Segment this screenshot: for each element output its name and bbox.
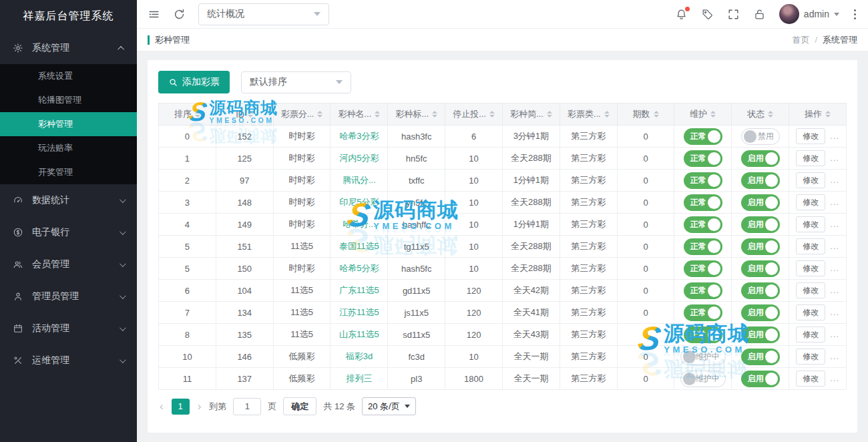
- modify-button[interactable]: 修改: [796, 128, 825, 144]
- more-actions-button[interactable]: ...: [830, 241, 839, 251]
- more-actions-button[interactable]: ...: [830, 263, 839, 273]
- modify-button[interactable]: 修改: [796, 371, 825, 387]
- fullscreen-icon[interactable]: [727, 8, 740, 21]
- sort-icon[interactable]: [710, 111, 716, 118]
- status-toggle[interactable]: 启用: [741, 371, 780, 387]
- prev-page-button[interactable]: ‹: [158, 401, 165, 412]
- status-toggle[interactable]: 启用: [741, 216, 780, 233]
- status-toggle[interactable]: 启用: [741, 260, 780, 277]
- modify-button[interactable]: 修改: [796, 282, 825, 298]
- status-toggle[interactable]: 启用: [741, 194, 780, 211]
- lottery-name-link[interactable]: 泰国11选5: [339, 241, 379, 251]
- column-header[interactable]: 彩种名...: [331, 103, 388, 126]
- maintain-toggle[interactable]: 正常: [684, 216, 722, 233]
- lottery-name-link[interactable]: 哈希分...: [343, 219, 376, 229]
- more-actions-button[interactable]: ...: [830, 219, 839, 229]
- column-header[interactable]: ID: [216, 103, 273, 126]
- column-header[interactable]: 彩票类...: [560, 103, 617, 126]
- maintain-toggle[interactable]: 正常: [684, 150, 722, 167]
- maintain-toggle[interactable]: 正常: [684, 194, 722, 211]
- goto-page-input[interactable]: [233, 398, 261, 415]
- modify-button[interactable]: 修改: [796, 349, 825, 365]
- maintain-toggle[interactable]: 正常: [684, 282, 722, 299]
- status-toggle[interactable]: 启用: [741, 172, 780, 189]
- status-toggle[interactable]: 禁用: [741, 128, 780, 145]
- next-page-button[interactable]: ›: [196, 401, 203, 412]
- column-header[interactable]: 排序: [159, 103, 216, 126]
- sidebar-item-operations-management[interactable]: 运维管理: [0, 345, 137, 377]
- modify-button[interactable]: 修改: [796, 150, 825, 166]
- sort-icon[interactable]: [604, 111, 610, 118]
- maintain-toggle[interactable]: 正常: [684, 326, 722, 343]
- lottery-name-link[interactable]: 排列三: [346, 373, 372, 383]
- maintain-toggle[interactable]: 正常: [684, 260, 722, 277]
- modify-button[interactable]: 修改: [796, 238, 825, 254]
- status-toggle[interactable]: 启用: [741, 282, 780, 299]
- sort-order-select[interactable]: 默认排序: [241, 71, 351, 93]
- more-actions-button[interactable]: ...: [830, 285, 839, 295]
- status-toggle[interactable]: 启用: [741, 326, 780, 343]
- confirm-page-button[interactable]: 确定: [283, 397, 316, 415]
- more-actions-button[interactable]: ...: [830, 131, 839, 141]
- maintain-toggle[interactable]: 维护中: [680, 349, 726, 365]
- sidebar-item-play-odds[interactable]: 玩法赔率: [0, 136, 137, 160]
- lottery-name-link[interactable]: 江苏11选5: [339, 307, 379, 317]
- sort-icon[interactable]: [547, 111, 552, 118]
- lottery-name-link[interactable]: 哈希5分彩: [339, 263, 379, 273]
- column-header[interactable]: 期数: [617, 103, 674, 126]
- sidebar-item-carousel-management[interactable]: 轮播图管理: [0, 88, 137, 112]
- lottery-name-link[interactable]: 哈希3分彩: [339, 131, 379, 141]
- sidebar-item-draw-management[interactable]: 开奖管理: [0, 160, 137, 184]
- status-toggle[interactable]: 启用: [741, 150, 780, 167]
- sort-icon[interactable]: [317, 111, 322, 118]
- sort-icon[interactable]: [768, 111, 773, 118]
- sidebar-item-data-statistics[interactable]: 数据统计: [0, 184, 137, 216]
- more-actions-button[interactable]: ...: [830, 197, 839, 207]
- more-actions-button[interactable]: ...: [830, 329, 839, 339]
- modify-button[interactable]: 修改: [796, 326, 825, 343]
- modify-button[interactable]: 修改: [796, 172, 825, 188]
- sort-icon[interactable]: [489, 111, 495, 118]
- maintain-toggle[interactable]: 正常: [684, 128, 722, 145]
- sort-icon[interactable]: [195, 111, 200, 118]
- sort-icon[interactable]: [825, 111, 831, 118]
- sort-icon[interactable]: [432, 111, 437, 118]
- lottery-name-link[interactable]: 广东11选5: [339, 285, 379, 295]
- lottery-name-link[interactable]: 山东11选5: [339, 329, 379, 339]
- lottery-name-link[interactable]: 福彩3d: [346, 351, 373, 361]
- tag-icon[interactable]: [701, 8, 714, 21]
- modify-button[interactable]: 修改: [796, 304, 825, 320]
- lottery-name-link[interactable]: 印尼5分彩: [339, 197, 379, 207]
- modify-button[interactable]: 修改: [796, 260, 825, 276]
- sort-icon[interactable]: [248, 111, 253, 118]
- page-number-active[interactable]: 1: [172, 399, 190, 415]
- column-header[interactable]: 停止投...: [445, 103, 503, 126]
- column-header[interactable]: 操作: [789, 103, 847, 126]
- column-header[interactable]: 状态: [732, 103, 789, 126]
- maintain-toggle[interactable]: 正常: [684, 304, 722, 321]
- notification-bell-icon[interactable]: [675, 8, 688, 21]
- more-actions-button[interactable]: ...: [830, 307, 839, 317]
- sidebar-item-lottery-management[interactable]: 彩种管理: [0, 112, 137, 136]
- lottery-name-link[interactable]: 腾讯分...: [343, 175, 376, 185]
- sidebar-item-member-management[interactable]: 会员管理: [0, 248, 137, 280]
- maintain-toggle[interactable]: 正常: [684, 172, 722, 189]
- page-size-select[interactable]: 20 条/页: [362, 397, 416, 415]
- status-toggle[interactable]: 启用: [741, 238, 780, 255]
- sort-icon[interactable]: [375, 111, 380, 118]
- avatar[interactable]: [779, 4, 799, 24]
- add-lottery-button[interactable]: 添加彩票: [158, 71, 230, 93]
- column-header[interactable]: 彩票分...: [273, 103, 331, 126]
- sidebar-item-administrator-management[interactable]: 管理员管理: [0, 280, 137, 312]
- more-actions-button[interactable]: ...: [830, 175, 839, 185]
- status-toggle[interactable]: 启用: [741, 349, 780, 365]
- sort-icon[interactable]: [654, 111, 659, 118]
- modify-button[interactable]: 修改: [796, 194, 825, 210]
- modify-button[interactable]: 修改: [796, 216, 825, 232]
- breadcrumb-home-link[interactable]: 首页: [792, 34, 809, 46]
- more-menu-icon[interactable]: [853, 8, 857, 21]
- sidebar-item-system-settings[interactable]: 系统设置: [0, 64, 137, 88]
- sidebar-item-system-management[interactable]: 系统管理: [0, 32, 137, 64]
- lock-icon[interactable]: [753, 8, 766, 21]
- status-toggle[interactable]: 启用: [741, 304, 780, 321]
